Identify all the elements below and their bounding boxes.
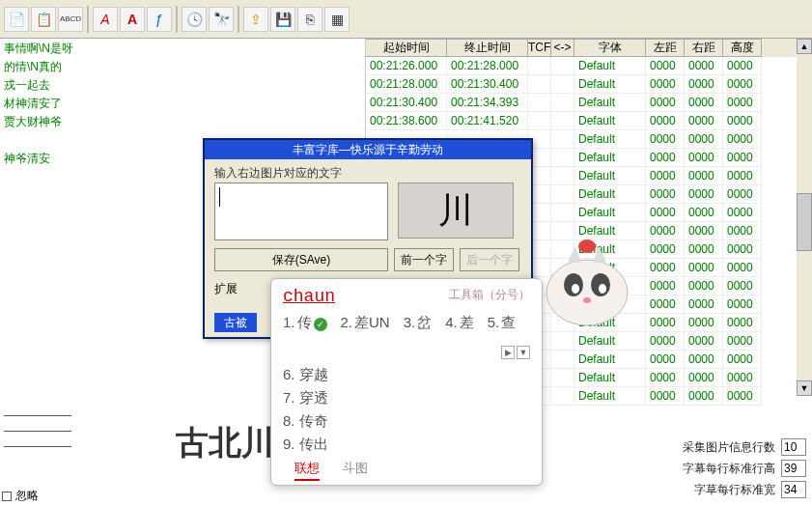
prev-char-button[interactable]: 前一个字 <box>394 248 454 271</box>
svg-point-4 <box>599 284 606 294</box>
svg-point-5 <box>578 239 596 253</box>
dialog-title: 丰富字库—快乐源于辛勤劳动 <box>205 140 531 159</box>
ignore-checkbox-row: 忽略 <box>2 488 39 504</box>
tb-clock-icon[interactable]: 🕓 <box>182 7 207 32</box>
char-glyph-preview: 川 <box>398 183 514 239</box>
ime-candidate[interactable]: 5.查 <box>488 314 517 332</box>
tb-fx-icon[interactable]: ƒ <box>147 7 172 32</box>
ime-panel: chaun 工具箱（分号） 1.传✓2.差UN3.岔4.差5.查▶▼ 6. 穿越… <box>270 278 543 486</box>
ime-candidate[interactable]: 8. 传奇 <box>283 409 530 433</box>
col-tcp[interactable]: TCF <box>528 39 551 57</box>
ime-tab-lianxiang[interactable]: 联想 <box>294 460 320 481</box>
table-row[interactable]: 00:21:26.00000:21:28.000Default000000000… <box>366 57 797 75</box>
svg-point-6 <box>583 297 591 303</box>
subtitle-line[interactable]: 事情啊\N是呀 <box>2 40 361 58</box>
ime-dropdown-icon[interactable]: ▼ <box>517 346 530 359</box>
col-height[interactable]: 高度 <box>723 39 762 57</box>
ime-candidate[interactable]: 7. 穿透 <box>283 386 530 409</box>
col-left[interactable]: 左距 <box>646 39 685 57</box>
ime-candidate[interactable]: 9. 传出 <box>283 433 530 456</box>
table-row[interactable]: 00:21:28.00000:21:30.400Default000000000… <box>366 75 797 94</box>
dialog-prompt: 输入右边图片对应的文字 <box>214 165 521 183</box>
ime-candidate[interactable]: 2.差UN <box>341 314 390 332</box>
tb-export-icon[interactable]: ⇪ <box>243 7 268 32</box>
col-font[interactable]: 字体 <box>574 39 646 57</box>
main-toolbar: 📄 📋 ABCD A A ƒ 🕓 🔭 ⇪ 💾 ⎘ ▦ <box>0 0 812 39</box>
lineheight-input[interactable] <box>781 460 806 477</box>
toolbar-separator <box>87 6 89 33</box>
svg-point-3 <box>572 284 579 294</box>
save-button[interactable]: 保存(SAve) <box>214 248 388 271</box>
ime-prev-icon[interactable]: ▶ <box>501 346 515 359</box>
grid-header: 起始时间 终止时间 TCF <-> 字体 左距 右距 高度 <box>366 39 797 57</box>
ime-toolbox-hint: 工具箱（分号） <box>449 287 530 306</box>
ime-candidate[interactable]: 3.岔 <box>404 314 433 332</box>
mini-ruler <box>4 415 71 462</box>
ime-composition[interactable]: chaun <box>283 287 335 306</box>
tb-file-icon[interactable]: 📄 <box>4 7 29 32</box>
subtitle-line[interactable]: 贾大财神爷 <box>2 113 361 131</box>
dialog-tag: 古被 <box>214 313 257 332</box>
scroll-thumb[interactable] <box>797 193 812 251</box>
table-row[interactable]: 00:21:38.60000:21:41.520Default000000000… <box>366 112 797 130</box>
ime-candidate[interactable]: 6. 穿越 <box>283 363 530 386</box>
tb-copy-icon[interactable]: ⎘ <box>297 7 322 32</box>
ime-candidate[interactable]: 1.传✓ <box>283 314 327 332</box>
tb-doc-icon[interactable]: 📋 <box>31 7 56 32</box>
tb-bold-a-icon[interactable]: A <box>120 7 145 32</box>
tb-text-a-icon[interactable]: A <box>93 7 118 32</box>
next-char-button: 后一个字 <box>460 248 519 271</box>
extend-label: 扩展 <box>214 281 238 297</box>
subtitle-line[interactable]: 材神清安了 <box>2 95 361 113</box>
ime-candidate-row: 1.传✓2.差UN3.岔4.差5.查▶▼ <box>283 314 530 359</box>
char-text-input[interactable] <box>214 183 388 240</box>
rows-input[interactable] <box>781 438 806 456</box>
mascot-cat <box>539 235 635 331</box>
col-arrow[interactable]: <-> <box>551 39 574 57</box>
linewidth-input[interactable] <box>781 481 806 498</box>
linewidth-label: 字草每行标准宽 <box>694 482 775 498</box>
col-end[interactable]: 终止时间 <box>447 39 528 57</box>
ime-tab-doutu[interactable]: 斗图 <box>343 460 368 481</box>
preview-big-text: 古北川 <box>176 421 274 465</box>
lineheight-label: 字幕每行标准行高 <box>683 461 775 477</box>
tb-abcd-icon[interactable]: ABCD <box>58 7 83 32</box>
ime-candidate[interactable]: 4.差 <box>445 314 474 332</box>
toolbar-separator <box>176 6 178 33</box>
ignore-checkbox[interactable] <box>2 492 12 501</box>
tb-grid-icon[interactable]: ▦ <box>324 7 350 32</box>
table-row[interactable]: 00:21:30.40000:21:34.393Default000000000… <box>366 94 797 112</box>
rows-label: 采集图片信息行数 <box>683 439 775 456</box>
bottom-settings: 采集图片信息行数 字幕每行标准行高 字草每行标准宽 <box>683 436 806 500</box>
ignore-label: 忽略 <box>15 488 39 504</box>
col-start[interactable]: 起始时间 <box>366 39 447 57</box>
subtitle-line[interactable]: 的情\N真的 <box>2 58 361 76</box>
svg-point-0 <box>546 260 628 325</box>
col-right[interactable]: 右距 <box>685 39 723 57</box>
subtitle-line[interactable]: 戎一起去 <box>2 76 361 95</box>
toolbar-separator <box>238 6 239 33</box>
ime-candidate-column: 6. 穿越7. 穿透8. 传奇9. 传出 <box>283 363 530 456</box>
tb-binoculars-icon[interactable]: 🔭 <box>209 7 234 32</box>
scroll-up-icon[interactable]: ▲ <box>797 39 812 54</box>
scroll-down-icon[interactable]: ▼ <box>797 380 812 396</box>
tb-save-icon[interactable]: 💾 <box>270 7 295 32</box>
